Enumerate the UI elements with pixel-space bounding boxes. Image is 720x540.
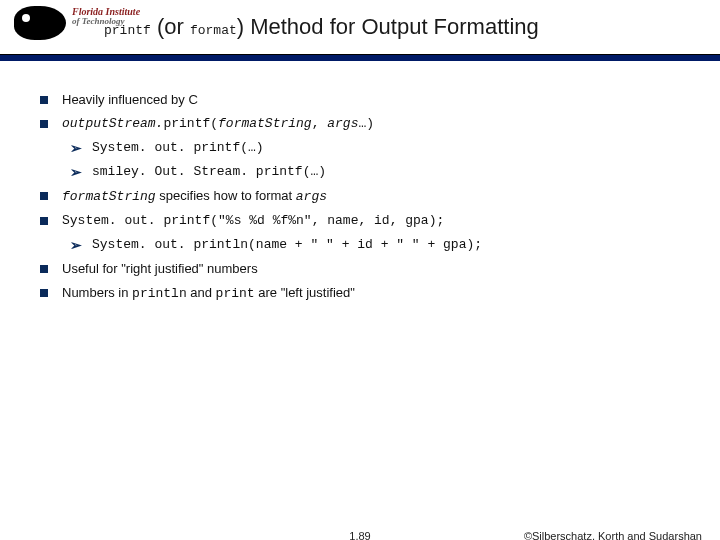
bullet-text: System. out. printf("%s %d %f%n", name, … bbox=[62, 211, 444, 231]
subbullet-text: System. out. printf(…) bbox=[92, 138, 264, 160]
subbullet-row: ➢ System. out. printf(…) bbox=[70, 138, 696, 160]
subbullet-text: System. out. println(name + " " + id + "… bbox=[92, 235, 482, 257]
title-code2: format bbox=[190, 23, 237, 38]
bullet-text: outputStream.printf(formatString, args…) bbox=[62, 114, 374, 134]
bullet-row: System. out. printf("%s %d %f%n", name, … bbox=[40, 211, 696, 231]
bullet-text: formatString specifies how to format arg… bbox=[62, 186, 327, 207]
chevron-icon: ➢ bbox=[70, 162, 82, 184]
slide-content: Heavily influenced by C outputStream.pri… bbox=[40, 90, 696, 308]
square-bullet-icon bbox=[40, 120, 48, 128]
title-mid: (or bbox=[151, 14, 190, 39]
slide-header: Florida Institute of Technology printf (… bbox=[0, 0, 720, 58]
square-bullet-icon bbox=[40, 217, 48, 225]
title-rest: ) Method for Output Formatting bbox=[237, 14, 539, 39]
bullet-row: Numbers in println and print are "left j… bbox=[40, 283, 696, 304]
square-bullet-icon bbox=[40, 265, 48, 273]
bullet-text: Numbers in println and print are "left j… bbox=[62, 283, 355, 304]
bullet-row: Useful for "right justified" numbers bbox=[40, 259, 696, 279]
title-code1: printf bbox=[104, 23, 151, 38]
chevron-icon: ➢ bbox=[70, 235, 82, 257]
header-rule bbox=[0, 54, 720, 61]
square-bullet-icon bbox=[40, 192, 48, 200]
bullet-row: formatString specifies how to format arg… bbox=[40, 186, 696, 207]
bullet-row: Heavily influenced by C bbox=[40, 90, 696, 110]
square-bullet-icon bbox=[40, 96, 48, 104]
page-number: 1.89 bbox=[349, 530, 370, 540]
square-bullet-icon bbox=[40, 289, 48, 297]
subbullet-text: smiley. Out. Stream. printf(…) bbox=[92, 162, 326, 184]
slide-title: printf (or format) Method for Output For… bbox=[104, 14, 539, 40]
copyright-text: ©Silberschatz, Korth and Sudarshan bbox=[524, 530, 702, 540]
subbullet-row: ➢ smiley. Out. Stream. printf(…) bbox=[70, 162, 696, 184]
chevron-icon: ➢ bbox=[70, 138, 82, 160]
panther-icon bbox=[14, 6, 66, 40]
subbullet-row: ➢ System. out. println(name + " " + id +… bbox=[70, 235, 696, 257]
bullet-text: Heavily influenced by C bbox=[62, 90, 198, 110]
bullet-row: outputStream.printf(formatString, args…) bbox=[40, 114, 696, 134]
bullet-text: Useful for "right justified" numbers bbox=[62, 259, 258, 279]
